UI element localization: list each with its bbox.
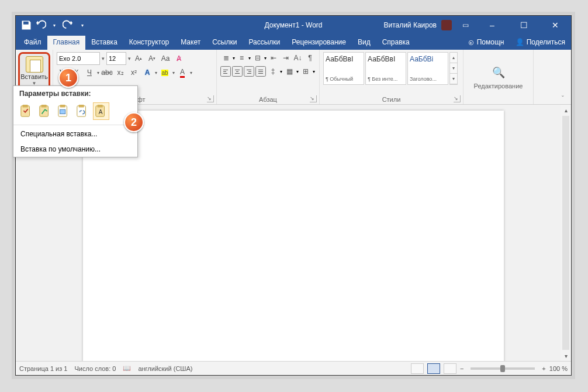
collapse-ribbon-icon[interactable]: ˇ <box>562 95 570 103</box>
font-dropdown-icon[interactable]: ▾ <box>102 56 105 61</box>
font-size-input[interactable] <box>106 52 126 65</box>
svg-rect-4 <box>41 105 47 108</box>
paste-text-only-icon[interactable]: A <box>93 102 109 120</box>
justify-button[interactable] <box>255 66 266 77</box>
increase-indent-button[interactable]: ⇥ <box>280 52 291 64</box>
svg-rect-6 <box>60 105 65 108</box>
tab-review[interactable]: Рецензирование <box>286 36 352 50</box>
zoom-thumb[interactable] <box>500 365 505 372</box>
styles-group-label: Стили <box>323 96 459 103</box>
style-normal[interactable]: АаБбВвІ ¶ Обычный <box>323 52 364 85</box>
callout-marker-1: 1 <box>58 68 78 88</box>
styles-gallery-scroll[interactable]: ▴▾▾ <box>449 52 458 85</box>
tab-references[interactable]: Ссылки <box>206 36 243 50</box>
change-case-button[interactable]: Aa <box>160 53 171 64</box>
tab-layout[interactable]: Макет <box>175 36 206 50</box>
find-icon[interactable]: 🔍 <box>492 66 505 79</box>
tab-insert[interactable]: Вставка <box>85 36 123 50</box>
sort-button[interactable]: A↓ <box>292 52 303 64</box>
close-button[interactable]: ✕ <box>542 16 569 35</box>
decrease-indent-button[interactable]: ⇤ <box>268 52 279 64</box>
paste-special-item[interactable]: Специальная вставка... <box>13 126 137 142</box>
web-layout-button[interactable] <box>444 363 456 374</box>
qat-customize-icon[interactable]: ▾ <box>77 19 88 31</box>
numbering-button[interactable]: ≡ <box>236 52 247 64</box>
grow-font-button[interactable]: A▴ <box>133 53 144 64</box>
paste-merge-format-icon[interactable] <box>37 102 53 120</box>
styles-group: АаБбВвІ ¶ Обычный АаБбВвІ ¶ Без инте... … <box>320 50 464 104</box>
font-dialog-launcher[interactable]: ↘ <box>207 95 214 102</box>
minimize-button[interactable]: – <box>479 16 506 35</box>
underline-button[interactable]: Ч <box>84 67 95 78</box>
user-name[interactable]: Виталий Каиров <box>383 21 437 29</box>
svg-rect-7 <box>60 109 65 114</box>
font-name-input[interactable] <box>57 52 100 65</box>
language-status[interactable]: английский (США) <box>138 365 192 372</box>
tab-file[interactable]: Файл <box>18 36 47 50</box>
paste-picture-icon[interactable] <box>56 102 72 120</box>
shading-button[interactable]: ▦ <box>283 66 295 77</box>
paste-link-icon[interactable] <box>74 102 91 120</box>
style-heading[interactable]: АаБбВі Заголово... <box>407 52 448 85</box>
word-count[interactable]: Число слов: 0 <box>74 365 116 372</box>
size-dropdown-icon[interactable]: ▾ <box>128 56 131 61</box>
paste-options-panel: Параметры вставки: A Специальная вставка… <box>13 85 138 157</box>
paste-options-header: Параметры вставки: <box>13 86 137 101</box>
scroll-down-icon[interactable]: ▾ <box>561 350 571 361</box>
app-window: ▾ ▾ Документ1 - Word Виталий Каиров ▭ – … <box>15 15 572 376</box>
scroll-up-icon[interactable]: ▴ <box>561 105 571 115</box>
quick-access-toolbar: ▾ ▾ <box>16 19 93 31</box>
line-spacing-button[interactable]: ‡ <box>267 66 279 77</box>
tab-help[interactable]: Справка <box>376 36 416 50</box>
font-color-button[interactable]: A <box>177 67 188 78</box>
save-icon[interactable] <box>20 19 32 31</box>
align-left-button[interactable] <box>220 66 231 77</box>
multilevel-button[interactable]: ⊟ <box>252 52 263 64</box>
editing-group-label: Редактирование <box>474 82 523 90</box>
borders-button[interactable]: ⊞ <box>300 66 312 77</box>
styles-dialog-launcher[interactable]: ↘ <box>454 95 461 102</box>
tab-mailings[interactable]: Рассылки <box>243 36 286 50</box>
undo-icon[interactable] <box>34 19 46 31</box>
subscript-button[interactable]: x₂ <box>115 67 126 78</box>
text-effects-button[interactable]: A <box>141 67 153 78</box>
page-status[interactable]: Страница 1 из 1 <box>19 365 67 372</box>
strike-button[interactable]: abc <box>101 67 113 78</box>
zoom-out-button[interactable]: − <box>460 365 464 372</box>
document-page[interactable] <box>83 111 504 361</box>
superscript-button[interactable]: x² <box>128 67 140 78</box>
tab-home[interactable]: Главная <box>47 36 86 50</box>
show-marks-button[interactable]: ¶ <box>305 52 316 64</box>
tell-me[interactable]: Помощн <box>462 36 510 50</box>
share-button[interactable]: 👤 Поделиться <box>510 36 571 50</box>
clipboard-icon <box>26 56 43 73</box>
zoom-slider[interactable] <box>471 367 535 370</box>
print-layout-button[interactable] <box>427 363 440 374</box>
align-right-button[interactable] <box>244 66 254 77</box>
paragraph-dialog-launcher[interactable]: ↘ <box>310 95 317 102</box>
user-avatar[interactable] <box>441 20 452 30</box>
zoom-level[interactable]: 100 % <box>549 365 568 372</box>
title-bar: ▾ ▾ Документ1 - Word Виталий Каиров ▭ – … <box>16 16 571 35</box>
zoom-in-button[interactable]: + <box>542 365 545 372</box>
tab-view[interactable]: Вид <box>352 36 376 50</box>
undo-dropdown-icon[interactable]: ▾ <box>49 19 60 31</box>
paste-default-item[interactable]: Вставка по умолчанию... <box>13 142 137 157</box>
spellcheck-icon[interactable]: 📖 <box>123 365 131 372</box>
style-no-spacing[interactable]: АаБбВвІ ¶ Без инте... <box>365 52 406 85</box>
paste-keep-source-icon[interactable] <box>18 102 34 120</box>
paste-button[interactable]: Вставить ▼ <box>18 52 50 90</box>
highlight-button[interactable]: ab <box>159 67 171 78</box>
tab-design[interactable]: Конструктор <box>123 36 175 50</box>
svg-rect-2 <box>23 105 28 108</box>
redo-icon[interactable] <box>63 19 74 31</box>
align-center-button[interactable] <box>232 66 243 77</box>
vertical-scrollbar[interactable]: ▴ ▾ <box>561 105 571 361</box>
shrink-font-button[interactable]: A▾ <box>146 53 158 64</box>
ribbon-options-icon[interactable]: ▭ <box>456 21 474 29</box>
read-mode-button[interactable] <box>411 363 424 374</box>
bullets-button[interactable]: ≣ <box>220 52 231 64</box>
maximize-button[interactable]: ☐ <box>510 16 537 35</box>
scroll-thumb[interactable] <box>562 116 569 350</box>
clear-format-button[interactable]: A̷ <box>173 53 185 64</box>
